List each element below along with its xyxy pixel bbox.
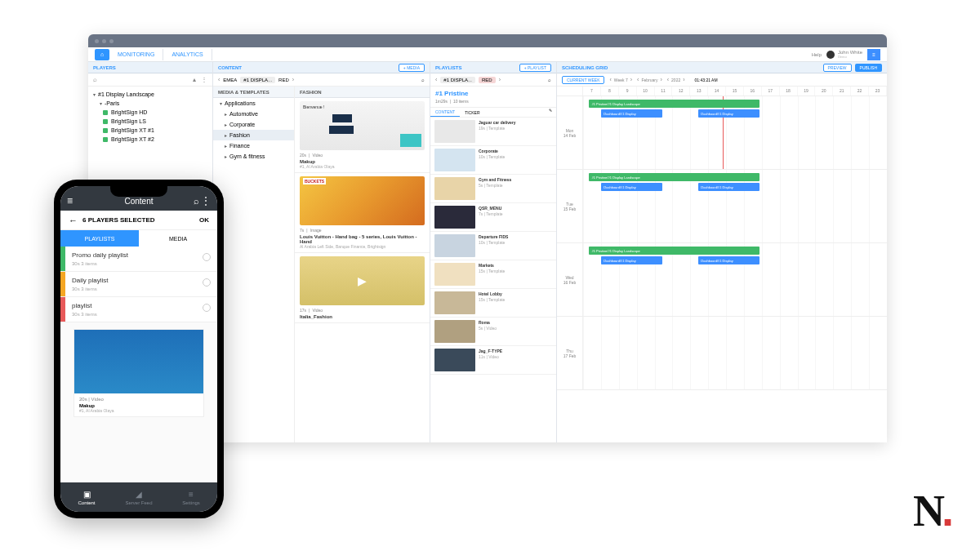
phone-playlist-item[interactable]: Promo daily playlist30s 3 items (60, 247, 217, 272)
playlist-item[interactable]: Corporate10s | Template (430, 146, 556, 175)
mt-item[interactable]: ▸Gym & fitness (213, 151, 294, 162)
settings-button[interactable]: ≡ (867, 49, 880, 60)
bc-item[interactable]: RED (479, 77, 496, 83)
bc-item[interactable]: RED (278, 78, 289, 82)
bc-next-icon[interactable]: › (292, 77, 294, 82)
hour-cell: 12 (672, 87, 690, 96)
week-nav[interactable]: ‹Week 7› (609, 77, 632, 82)
playlist-item[interactable]: Gym and Fitness5s | Template (430, 175, 556, 203)
home-button[interactable]: ⌂ (95, 49, 109, 60)
more-icon[interactable]: ⋮ (201, 195, 211, 207)
playlist-item[interactable]: Hotel Lobby15s | Template (430, 289, 556, 318)
tab-ticker[interactable]: TICKER (460, 108, 484, 117)
tab-analytics[interactable]: ANALYTICS (163, 49, 212, 60)
player-item[interactable]: BrightSign LS (93, 117, 207, 126)
phone-media-card[interactable]: 20s | Video Makup #1, Al Arabia Olaya (74, 329, 204, 417)
event-blue[interactable]: Dashboard/#1 Display (698, 109, 759, 118)
back-icon[interactable]: ← (69, 216, 78, 225)
phone-nav-server[interactable]: ◢Server Feed (113, 482, 165, 512)
media-templates-column: MEDIA & TEMPLATES ▾Applications ▸Automot… (213, 87, 295, 442)
hour-cell: 22 (851, 87, 869, 96)
tab-monitoring[interactable]: MONITORING (109, 49, 163, 60)
bc-next-icon[interactable]: › (499, 77, 501, 82)
phone-tab-playlists[interactable]: PLAYLISTS (60, 230, 139, 247)
phone-bottom-nav: ▣Content ◢Server Feed ≡Settings (60, 482, 217, 512)
help-link[interactable]: Help (812, 52, 822, 57)
event-blue[interactable]: Dashboard/#1 Display (601, 256, 662, 264)
scheduling-panel: SCHEDULING GRID PREVIEW PUBLISH CURRENT … (557, 62, 887, 442)
playlist-item[interactable]: Departure FIDS10s | Template (430, 232, 556, 260)
phone-nav-settings[interactable]: ≡Settings (165, 482, 217, 512)
phone-media-meta: 20s | Video (79, 397, 198, 402)
event-blue[interactable]: Dashboard/#1 Display (601, 183, 662, 191)
day-row: Tue15 Feb#1 Pristine/#1 Display Landscap… (557, 170, 887, 243)
event-blue[interactable]: Dashboard/#1 Display (698, 256, 759, 264)
event-blue[interactable]: Dashboard/#1 Display (698, 183, 759, 191)
add-playlist-button[interactable]: + PLAYLIST (519, 64, 551, 72)
filter-icon[interactable]: ▴ (193, 76, 196, 83)
add-media-button[interactable]: + MEDIA (399, 64, 425, 72)
playlist-item[interactable]: Jag_F-TYPE11s | Video (430, 346, 556, 375)
hour-cell: 17 (762, 87, 780, 96)
event-green[interactable]: #1 Pristine/#1 Display Landscape (589, 173, 759, 181)
hour-cell: 18 (780, 87, 798, 96)
phone-playlist-item[interactable]: playlist30s 3 items (60, 297, 217, 322)
playlist-item[interactable]: Markets15s | Template (430, 260, 556, 289)
phone-media-sub: #1, Al Arabia Olaya (79, 408, 198, 413)
event-green[interactable]: #1 Pristine/#1 Display Landscape (589, 247, 759, 255)
event-blue[interactable]: Dashboard/#1 Display (601, 109, 662, 118)
player-item[interactable]: BrightSign HD (93, 108, 207, 117)
bc-item[interactable]: #1 DISPLA... (440, 77, 475, 83)
ok-button[interactable]: OK (199, 216, 209, 224)
brand-logo: N. (913, 485, 951, 536)
preview-button[interactable]: PREVIEW (823, 64, 852, 72)
event-green[interactable]: #1 Pristine/#1 Display Landscape (589, 100, 759, 108)
more-icon[interactable]: ⋮ (201, 76, 207, 83)
hour-cell: 10 (637, 87, 655, 96)
phone-nav-content[interactable]: ▣Content (60, 482, 113, 512)
edit-icon[interactable]: ✎ (545, 108, 556, 117)
media-card[interactable]: BUCKETS7s | ImageLouis Vuitton - Hand ba… (295, 173, 430, 253)
current-week-button[interactable]: CURRENT WEEK (562, 76, 604, 84)
mt-apps[interactable]: ▾Applications (213, 98, 294, 109)
hour-cell: 20 (815, 87, 833, 96)
search-icon[interactable]: ⌕ (194, 196, 199, 206)
hour-cell: 11 (655, 87, 673, 96)
fashion-header: FASHION (295, 87, 430, 98)
tree-paris[interactable]: ▾-Paris (93, 99, 207, 108)
user-sub: Demo (838, 55, 862, 59)
search-icon[interactable]: ⌕ (93, 76, 97, 83)
tab-content[interactable]: CONTENT (430, 108, 460, 117)
playlist-item[interactable]: QSR_MENU7s | Template (430, 203, 556, 232)
user-chip[interactable]: John White Demo (826, 50, 862, 59)
bc-prev-icon[interactable]: ‹ (218, 77, 220, 82)
bc-item[interactable]: #1 DISPLA... (240, 77, 275, 83)
mt-item[interactable]: ▸Automotive (213, 109, 294, 119)
phone-playlist-item[interactable]: Daily playlist30s 3 items (60, 272, 217, 297)
fashion-column: FASHION Bienvenue !20s | VideoMakup#1, A… (295, 87, 430, 442)
menu-icon[interactable]: ≡ (67, 195, 73, 207)
tree-root[interactable]: ▾#1 Display Landscape (93, 90, 207, 99)
month-nav[interactable]: ‹February› (637, 77, 662, 82)
player-item[interactable]: BrightSign XT #2 (93, 135, 207, 144)
playlist-item[interactable]: Jaguar car delivery19s | Template (430, 118, 556, 146)
mt-item[interactable]: ▸Finance (213, 140, 294, 151)
publish-button[interactable]: PUBLISH (855, 64, 882, 72)
day-row: Mon14 Feb#1 Pristine/#1 Display Landscap… (557, 96, 887, 170)
search-icon[interactable]: ⌕ (421, 78, 425, 82)
hour-cell: 15 (726, 87, 744, 96)
player-item[interactable]: BrightSign XT #1 (93, 126, 207, 135)
bc-prev-icon[interactable]: ‹ (435, 77, 437, 82)
playlists-panel: PLAYLISTS + PLAYLIST ‹ #1 DISPLA... RED … (430, 62, 557, 442)
phone-tab-media[interactable]: MEDIA (139, 230, 217, 247)
main-nav: ⌂ MONITORING ANALYTICS Help John White D… (88, 47, 887, 62)
mt-item[interactable]: ▸Corporate (213, 119, 294, 130)
media-card[interactable]: Bienvenue !20s | VideoMakup#1, Al Arabia… (295, 98, 430, 173)
hour-cell: 21 (833, 87, 851, 96)
playlist-item[interactable]: Roma5s | Video (430, 318, 556, 346)
search-icon[interactable]: ⌕ (548, 78, 551, 82)
mt-item[interactable]: ▸Fashion (213, 130, 294, 140)
bc-item[interactable]: EMEA (223, 78, 237, 82)
year-nav[interactable]: ‹2022› (667, 77, 685, 82)
media-card[interactable]: ▶17s | VideoItalia_Fashion (295, 253, 430, 323)
